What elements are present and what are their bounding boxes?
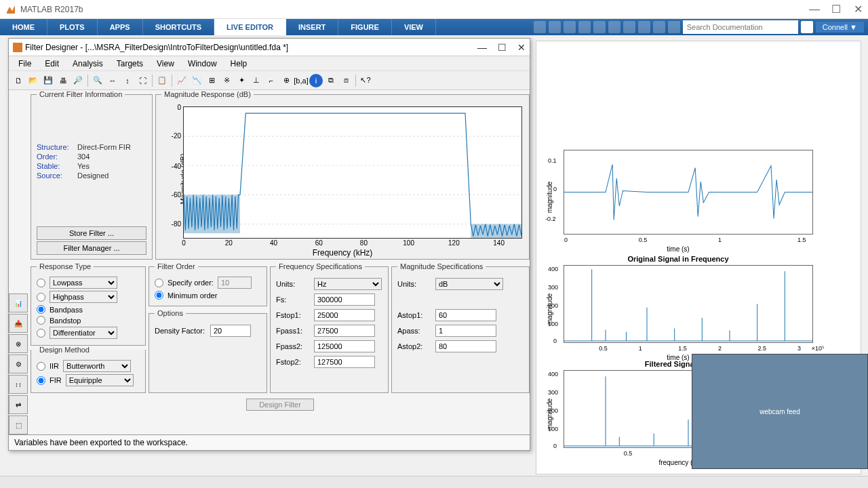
- freq-units-select[interactable]: Hz: [314, 278, 382, 290]
- design-filter-button[interactable]: Design Filter: [246, 399, 314, 411]
- pole-zero-icon[interactable]: ⊕: [279, 74, 293, 87]
- multirate-icon[interactable]: ↕↕: [9, 375, 28, 394]
- menu-file[interactable]: File: [12, 59, 38, 68]
- tab-plots[interactable]: PLOTS: [47, 19, 98, 35]
- fs-input[interactable]: [314, 293, 375, 306]
- radio-highpass[interactable]: [37, 293, 45, 302]
- astop2-input[interactable]: [435, 340, 496, 352]
- redo-icon[interactable]: [638, 21, 650, 33]
- info-structure-label: Structure:: [37, 143, 77, 151]
- minimize-button[interactable]: —: [810, 5, 819, 14]
- menu-window[interactable]: Window: [181, 59, 224, 68]
- menu-edit[interactable]: Edit: [38, 59, 66, 68]
- maximize-button[interactable]: ☐: [831, 5, 841, 14]
- astop1-input[interactable]: [435, 309, 496, 321]
- print-preview-icon[interactable]: 🔎: [71, 74, 85, 87]
- highpass-select[interactable]: Highpass: [50, 291, 117, 303]
- bg-plot-time: 0.1 0 -0.2 0 0.5 1 1.5 magnitude time (s…: [536, 143, 820, 251]
- design-filter-icon[interactable]: 📊: [9, 293, 28, 312]
- transform-filter-icon[interactable]: ⇄: [9, 395, 28, 414]
- phase-delay-icon[interactable]: ✦: [235, 74, 248, 87]
- menu-analysis[interactable]: Analysis: [66, 59, 110, 68]
- tab-shortcuts[interactable]: SHORTCUTS: [143, 19, 214, 35]
- radio-differentiator[interactable]: [37, 329, 45, 338]
- radio-specify-order[interactable]: [155, 279, 163, 287]
- ts-icon-2[interactable]: [549, 21, 561, 33]
- fd-minimize-button[interactable]: —: [477, 42, 487, 53]
- zoom-x-icon[interactable]: ↔: [106, 74, 119, 87]
- tab-view[interactable]: VIEW: [392, 19, 436, 35]
- magest-icon[interactable]: ⧉: [324, 74, 338, 87]
- radio-fir[interactable]: [37, 376, 45, 385]
- iir-select[interactable]: Butterworth: [63, 360, 131, 372]
- search-input[interactable]: [683, 20, 798, 34]
- paste-icon[interactable]: [608, 21, 620, 33]
- copy-icon[interactable]: [593, 21, 606, 33]
- cut-icon[interactable]: [578, 21, 591, 33]
- spec-icon[interactable]: 📋: [155, 74, 169, 87]
- import-filter-icon[interactable]: 📥: [9, 314, 28, 333]
- help-icon[interactable]: [668, 21, 680, 33]
- filter-manager-button[interactable]: Filter Manager ...: [37, 241, 146, 255]
- fstop2-input[interactable]: [314, 356, 375, 368]
- save-icon[interactable]: [564, 21, 576, 33]
- radio-bandpass[interactable]: [37, 305, 45, 314]
- set-quantization-icon[interactable]: ⬚: [9, 415, 28, 434]
- ts-icon-9[interactable]: [653, 21, 665, 33]
- zoom-y-icon[interactable]: ↕: [121, 74, 134, 87]
- info-source-label: Source:: [37, 171, 77, 180]
- save-icon[interactable]: 💾: [41, 74, 55, 87]
- impulse-icon[interactable]: ⊥: [250, 74, 263, 87]
- menu-view[interactable]: View: [150, 59, 181, 68]
- fpass1-input[interactable]: [314, 325, 375, 337]
- mag-phase-icon[interactable]: ⊞: [205, 74, 218, 87]
- radio-bandstop[interactable]: [37, 316, 45, 325]
- print-icon[interactable]: 🖶: [56, 74, 70, 87]
- close-button[interactable]: ✕: [853, 5, 863, 14]
- fd-maximize-button[interactable]: ☐: [498, 42, 507, 53]
- menu-help[interactable]: Help: [224, 59, 254, 68]
- ts-icon-1[interactable]: [534, 21, 546, 33]
- specify-order-input[interactable]: [218, 277, 252, 289]
- roundoff-icon[interactable]: ⧈: [339, 74, 353, 87]
- tab-home[interactable]: HOME: [0, 19, 47, 35]
- radio-lowpass[interactable]: [37, 279, 45, 287]
- fd-menubar: File Edit Analysis Targets View Window H…: [9, 56, 530, 71]
- phase-response-icon[interactable]: 📉: [190, 74, 203, 87]
- context-help-icon[interactable]: ↖?: [359, 74, 372, 87]
- full-view-icon[interactable]: ⛶: [136, 74, 149, 87]
- undo-icon[interactable]: [623, 21, 635, 33]
- fir-select[interactable]: Equiripple: [66, 374, 134, 386]
- open-icon[interactable]: 📂: [26, 74, 40, 87]
- info-icon[interactable]: i: [309, 74, 323, 87]
- realize-model-icon[interactable]: ⚙: [9, 354, 28, 373]
- menu-targets[interactable]: Targets: [110, 59, 150, 68]
- info-order-value: 304: [77, 152, 90, 161]
- apass-input[interactable]: [435, 325, 496, 337]
- mag-response-icon[interactable]: 📈: [175, 74, 189, 87]
- pole-zero-editor-icon[interactable]: ⊗: [9, 334, 28, 353]
- tab-insert[interactable]: INSERT: [286, 19, 338, 35]
- store-filter-button[interactable]: Store Filter ...: [37, 226, 146, 240]
- tab-apps[interactable]: APPS: [98, 19, 143, 35]
- fd-close-button[interactable]: ✕: [517, 42, 526, 53]
- differentiator-select[interactable]: Differentiator: [50, 327, 117, 339]
- mag-units-select[interactable]: dB: [435, 278, 503, 290]
- step-icon[interactable]: ⌐: [264, 74, 278, 87]
- group-delay-icon[interactable]: ※: [220, 74, 233, 87]
- fd-left-sidebar: 📊 📥 ⊗ ⚙ ↕↕ ⇄ ⬚: [9, 90, 31, 434]
- search-icon[interactable]: [801, 21, 813, 33]
- fpass2-input[interactable]: [314, 340, 375, 352]
- user-button[interactable]: Connell ▼: [816, 22, 864, 33]
- coefficients-icon[interactable]: [b,a]: [294, 74, 308, 87]
- lowpass-select[interactable]: Lowpass: [50, 277, 117, 289]
- frequency-spec-panel: Frequency Specifications Units:Hz Fs: Fs…: [270, 262, 389, 393]
- tab-figure[interactable]: FIGURE: [338, 19, 392, 35]
- radio-iir[interactable]: [37, 362, 45, 371]
- fstop1-input[interactable]: [314, 309, 375, 321]
- radio-minimum-order[interactable]: [155, 291, 163, 300]
- tab-live-editor[interactable]: LIVE EDITOR: [214, 19, 286, 35]
- density-factor-input[interactable]: [210, 325, 251, 337]
- zoom-in-icon[interactable]: 🔍: [91, 74, 104, 87]
- new-icon[interactable]: 🗋: [12, 74, 25, 87]
